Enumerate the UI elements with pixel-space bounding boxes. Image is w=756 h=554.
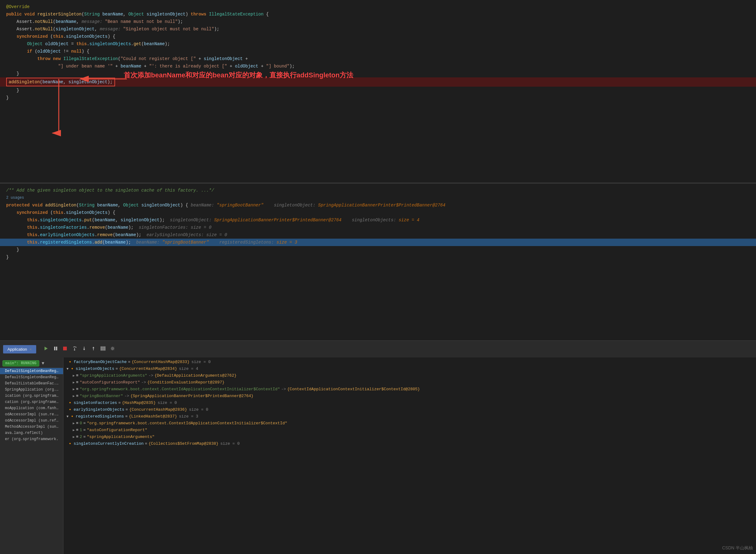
var-row: ▶ ≡ 2 = "springApplicationArguments"	[63, 434, 756, 441]
threads-header: main": RUNNING ▼	[0, 359, 63, 368]
code-line: Assert.notNull(singletonObject, message:…	[0, 25, 756, 33]
svg-marker-11	[74, 350, 75, 351]
code-editor-top: @Override public void registerSingleton(…	[0, 0, 756, 183]
svg-rect-7	[56, 347, 57, 350]
thread-item-0[interactable]: DefaultSingletonBeanRegistr...	[0, 368, 63, 374]
var-icon: 🔸	[70, 414, 74, 419]
step-over-button[interactable]	[70, 345, 79, 353]
debug-toolbar: Application ×	[0, 340, 756, 357]
code-line: public void registerSingleton(String bea…	[0, 10, 756, 18]
step-into-button[interactable]	[80, 345, 88, 353]
thread-item-8[interactable]: odAccessorImpl (sun.ref...	[0, 418, 63, 424]
settings-button[interactable]	[109, 345, 117, 353]
thread-item-7[interactable]: odAccessorImpl (sun.re...	[0, 411, 63, 418]
code-line: throw new IllegalStateException("Could n…	[0, 55, 756, 62]
thread-item-9[interactable]: MethodAccessorImpl (sun.reflect.)	[0, 424, 63, 430]
thread-item-10[interactable]: ava.lang.reflect)	[0, 430, 63, 436]
code-line-add-singleton: addSingleton(beanName, singletonObject);	[0, 77, 756, 87]
svg-rect-18	[101, 349, 105, 350]
thread-item-1[interactable]: DefaultSingletonBeanReg...	[0, 374, 63, 380]
var-row: ▼ 🔸 singletonObjects = {ConcurrentHashMa…	[63, 366, 756, 373]
svg-marker-5	[45, 347, 48, 350]
svg-rect-8	[63, 347, 67, 350]
thread-item-5[interactable]: cation (org.springframew...	[0, 399, 63, 405]
code-line-comment: /** Add the given singleton object to th…	[0, 187, 756, 194]
resume-button[interactable]	[42, 345, 50, 353]
code-line: }	[0, 70, 756, 77]
code-line-method: protected void addSingleton(String beanN…	[0, 202, 756, 209]
var-icon: 🔸	[68, 441, 72, 446]
var-row: ▶ ≡ 1 = "autoConfigurationReport"	[63, 427, 756, 434]
code-editor-bottom: /** Add the given singleton object to th…	[0, 183, 756, 357]
step-out-button[interactable]	[89, 345, 98, 353]
var-row: ▼ 🔸 registeredSingletons = {LinkedHashSe…	[63, 413, 756, 420]
code-line: }	[0, 94, 756, 102]
filter-icon: ▼	[42, 361, 44, 366]
svg-marker-13	[83, 349, 85, 350]
code-line: this.earlySingletonObjects.remove(beanNa…	[0, 231, 756, 239]
code-line: synchronized (this.singletonObjects) {	[0, 33, 756, 40]
var-icon: 🔸	[70, 367, 74, 371]
pause-button[interactable]	[52, 345, 60, 353]
var-row: 🔸 singletonFactories = {HashMap@2835} si…	[63, 400, 756, 407]
thread-item-11[interactable]: er (org.springframework.	[0, 436, 63, 442]
code-line: synchronized (this.singletonObjects) {	[0, 209, 756, 216]
thread-item-6[interactable]: moApplication (com.fanh...	[0, 405, 63, 411]
svg-marker-9	[76, 347, 76, 348]
code-line: if (oldObject != null) {	[0, 48, 756, 55]
var-row: ▶ ≡ "autoConfigurationReport" -> {Condit…	[63, 379, 756, 386]
var-row: 🔸 factoryBeanObjectCache = {ConcurrentHa…	[63, 359, 756, 366]
svg-point-19	[112, 348, 113, 349]
frames-button[interactable]	[99, 345, 107, 353]
running-badge: main": RUNNING	[2, 360, 39, 367]
var-row: 🔸 earlySingletonObjects = {ConcurrentHas…	[63, 407, 756, 413]
stop-button[interactable]	[61, 345, 69, 353]
debug-panels: main": RUNNING ▼ DefaultSingletonBeanReg…	[0, 357, 756, 554]
thread-item-4[interactable]: ication (org.springframew...	[0, 393, 63, 399]
tab-close-btn[interactable]: ×	[29, 347, 32, 351]
vars-panel: 🔸 factoryBeanObjectCache = {ConcurrentHa…	[63, 357, 756, 554]
code-line-registered: this.registeredSingletons.add(beanName);…	[0, 239, 756, 246]
var-row: ▶ ≡ "springBootBanner" -> {SpringApplica…	[63, 393, 756, 400]
vars-container: 🔸 factoryBeanObjectCache = {ConcurrentHa…	[63, 357, 756, 554]
thread-item-3[interactable]: SpringApplication (org.sp...	[0, 387, 63, 393]
thread-item-2[interactable]: DefaultListableBeanFac...	[0, 380, 63, 387]
code-line: "] under bean name '" + beanName + "': t…	[0, 62, 756, 70]
expand-icon[interactable]: ▼	[66, 415, 69, 419]
var-icon: 🔸	[68, 359, 72, 364]
threads-panel: main": RUNNING ▼ DefaultSingletonBeanReg…	[0, 357, 63, 554]
svg-rect-6	[54, 347, 55, 350]
chinese-annotation: 首次添加beanName和对应的bean对应的对象，直接执行addSinglet…	[124, 70, 353, 80]
var-row: ▶ ≡ "org.springframework.boot.context.Co…	[63, 386, 756, 393]
watermark: CSDN 半山枫柚	[722, 545, 753, 551]
application-tab[interactable]: Application ×	[3, 345, 36, 353]
code-line: Assert.notNull(beanName, message: "Bean …	[0, 18, 756, 25]
code-line: }	[0, 254, 756, 261]
code-line: this.singletonObjects.put(beanName, sing…	[0, 216, 756, 224]
code-line: @Override	[0, 3, 756, 10]
code-line: Object oldObject = this.singletonObjects…	[0, 40, 756, 48]
svg-rect-17	[101, 348, 105, 349]
code-line: }	[0, 87, 756, 94]
annotation-override: @Override	[6, 3, 30, 10]
code-line: }	[0, 246, 756, 254]
code-line: this.singletonFactories.remove(beanName)…	[0, 224, 756, 231]
var-row: ▶ ≡ "springApplicationArguments" -> {Def…	[63, 373, 756, 379]
var-icon: 🔸	[68, 407, 72, 412]
var-icon: 🔸	[68, 400, 72, 405]
var-row: ▶ ≡ 0 = "org.springframework.boot.contex…	[63, 420, 756, 427]
svg-rect-16	[101, 347, 105, 347]
svg-marker-15	[92, 347, 94, 348]
expand-icon[interactable]: ▼	[66, 367, 69, 371]
var-row: 🔸 singletonsCurrentlyInCreation = {Colle…	[63, 441, 756, 448]
code-usages: 2 usages	[0, 194, 756, 202]
